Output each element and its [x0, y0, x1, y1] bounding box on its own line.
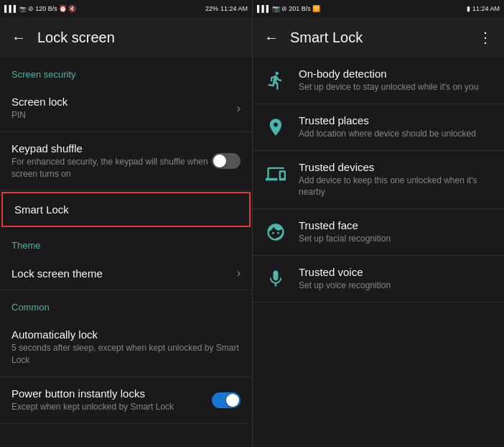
- screen-lock-title: Screen lock: [11, 96, 237, 108]
- section-screen-security: Screen security: [0, 57, 252, 86]
- list-item-trusted-places[interactable]: Trusted places Add location where device…: [253, 104, 504, 151]
- lock-screen-theme-chevron: ›: [237, 267, 241, 280]
- keypad-shuffle-subtitle: For enhanced security, the keypad will s…: [11, 156, 212, 180]
- signal-icon-right: ▌▌▌: [257, 5, 271, 12]
- status-left: ▌▌▌ 📷 ⊘ 120 B/s ⏰ 🔇: [4, 5, 76, 12]
- app-bar-left: ← Lock screen: [0, 17, 252, 57]
- screen-lock-subtitle: PIN: [11, 109, 237, 121]
- screen-lock-chevron: ›: [237, 102, 241, 115]
- on-body-title: On-body detection: [299, 68, 493, 80]
- trusted-devices-title: Trusted devices: [299, 161, 493, 173]
- status-right: 22% 11:24 AM: [205, 5, 248, 12]
- alarm2-icon: ⏰: [59, 5, 67, 12]
- back-button-left[interactable]: ←: [11, 29, 26, 46]
- trusted-face-subtitle: Set up facial recognition: [299, 233, 493, 245]
- lock-screen-theme-title: Lock screen theme: [11, 267, 237, 280]
- keypad-shuffle-title: Keypad shuffle: [11, 142, 212, 155]
- trusted-places-subtitle: Add location where device should be unlo…: [299, 128, 493, 140]
- right-panel: ▌▌▌ 📷 ⊘ 201 B/s 🛜 ▮ 11:24 AM ← Smart Loc…: [252, 0, 504, 447]
- power-lock-subtitle: Except when kept unlocked by Smart Lock: [11, 401, 212, 413]
- alarm-icon: ⊘: [28, 5, 34, 12]
- time-left: 11:24 AM: [220, 5, 248, 12]
- trusted-places-title: Trusted places: [299, 114, 493, 126]
- wifi-signal-icon: 🛜: [312, 5, 320, 12]
- power-lock-title: Power button instantly locks: [11, 387, 212, 400]
- trusted-voice-title: Trusted voice: [299, 266, 493, 278]
- setting-screen-lock[interactable]: Screen lock PIN ›: [0, 86, 252, 132]
- app-bar-right: ← Smart Lock ⋮: [253, 17, 504, 57]
- battery-text: 22%: [205, 5, 218, 12]
- mute-icon: 🔇: [68, 5, 76, 12]
- page-title-left: Lock screen: [37, 29, 241, 46]
- keypad-shuffle-toggle[interactable]: [212, 153, 241, 169]
- status-bar-left: ▌▌▌ 📷 ⊘ 120 B/s ⏰ 🔇 22% 11:24 AM: [0, 0, 252, 17]
- devices-icon: [264, 162, 287, 185]
- list-item-trusted-face[interactable]: Trusted face Set up facial recognition: [253, 209, 504, 256]
- page-title-right: Smart Lock: [290, 29, 467, 46]
- setting-auto-lock[interactable]: Automatically lock 5 seconds after sleep…: [0, 318, 252, 377]
- setting-keypad-shuffle[interactable]: Keypad shuffle For enhanced security, th…: [0, 132, 252, 191]
- left-panel: ▌▌▌ 📷 ⊘ 120 B/s ⏰ 🔇 22% 11:24 AM ← Lock …: [0, 0, 252, 447]
- trusted-face-title: Trusted face: [299, 219, 493, 231]
- smart-lock-title: Smart Lock: [14, 203, 238, 216]
- prohibit-icon: ⊘: [281, 5, 287, 12]
- battery-right: ▮: [467, 5, 470, 12]
- time-right: 11:24 AM: [472, 5, 500, 12]
- location-icon: [264, 116, 287, 139]
- on-body-subtitle: Set up device to stay unlocked while it'…: [299, 81, 493, 93]
- mic-icon: [264, 267, 287, 290]
- speed-text: 120 B/s: [35, 5, 57, 12]
- signal-icon: ▌▌▌: [4, 5, 18, 12]
- power-lock-toggle[interactable]: [212, 392, 241, 408]
- auto-lock-title: Automatically lock: [11, 328, 241, 341]
- setting-lock-screen-theme[interactable]: Lock screen theme ›: [0, 257, 252, 290]
- section-common: Common: [0, 290, 252, 318]
- status-right-right: ▮ 11:24 AM: [467, 5, 500, 12]
- wifi-right-icon: 📷: [272, 5, 280, 12]
- setting-power-lock[interactable]: Power button instantly locks Except when…: [0, 377, 252, 424]
- status-bar-right: ▌▌▌ 📷 ⊘ 201 B/s 🛜 ▮ 11:24 AM: [253, 0, 504, 17]
- speed-right: 201 B/s: [289, 5, 311, 12]
- smart-lock-list: On-body detection Set up device to stay …: [253, 57, 504, 447]
- setting-smart-lock[interactable]: Smart Lock: [1, 192, 251, 227]
- section-theme: Theme: [0, 229, 252, 257]
- back-button-right[interactable]: ←: [264, 29, 279, 46]
- list-item-trusted-devices[interactable]: Trusted devices Add device to keep this …: [253, 151, 504, 210]
- list-item-on-body[interactable]: On-body detection Set up device to stay …: [253, 57, 504, 104]
- auto-lock-subtitle: 5 seconds after sleep, except when kept …: [11, 342, 241, 367]
- settings-list: Screen security Screen lock PIN › Keypad…: [0, 57, 252, 447]
- status-right-left: ▌▌▌ 📷 ⊘ 201 B/s 🛜: [257, 5, 320, 12]
- more-options-button[interactable]: ⋮: [478, 29, 493, 46]
- wifi-icon: 📷: [19, 6, 27, 12]
- trusted-devices-subtitle: Add device to keep this one unlocked whe…: [299, 175, 493, 199]
- walk-icon: [264, 69, 287, 92]
- face-icon: [264, 221, 287, 244]
- trusted-voice-subtitle: Set up voice recognition: [299, 280, 493, 292]
- list-item-trusted-voice[interactable]: Trusted voice Set up voice recognition: [253, 256, 504, 303]
